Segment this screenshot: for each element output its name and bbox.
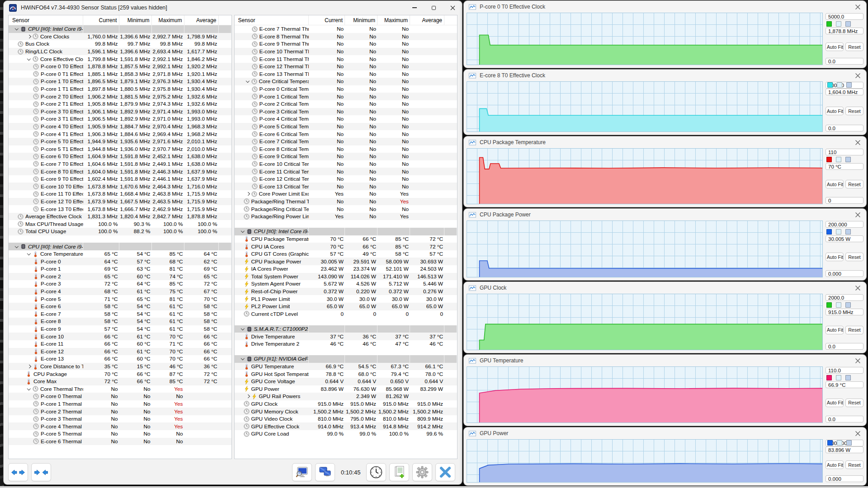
expand-all-button[interactable] bbox=[8, 463, 28, 481]
sensor-row[interactable]: P-core 0 T0 Effective ...1,878.8 MHz1,85… bbox=[9, 63, 231, 70]
sensor-row[interactable]: GPU Video Clock810.0 MHz795.0 MHz810.0 M… bbox=[235, 415, 458, 423]
grid-color-swatch[interactable] bbox=[845, 375, 851, 380]
grid-color-swatch[interactable] bbox=[845, 229, 851, 235]
chevron-down-icon[interactable] bbox=[14, 26, 20, 32]
sensor-row[interactable]: E-core 7 T0 Effective ...1,604.6 MHz1,59… bbox=[9, 160, 231, 168]
chevron-down-icon[interactable] bbox=[26, 56, 33, 62]
sensor-row[interactable]: E-core 11 Critical Tem...NoNoNo bbox=[235, 168, 458, 175]
sensor-row[interactable]: Core Clocks1,760.0 MHz1,396.6 MHz2,992.7… bbox=[9, 33, 231, 41]
sensor-row[interactable]: Total System Power143.090 W114.026 W171.… bbox=[235, 273, 458, 281]
sensor-row[interactable]: Current cTDP Level0000 bbox=[235, 310, 458, 318]
column-header-average[interactable]: Average bbox=[184, 15, 219, 25]
maximize-button[interactable] bbox=[424, 1, 443, 14]
close-icon[interactable] bbox=[855, 212, 860, 217]
graph-titlebar[interactable]: CPU Package Temperature bbox=[464, 136, 866, 148]
reset-button[interactable]: Reset bbox=[845, 180, 863, 188]
chevron-right-icon[interactable] bbox=[245, 191, 251, 197]
auto-fit-button[interactable]: Auto Fit bbox=[826, 399, 844, 407]
chevron-down-icon[interactable] bbox=[245, 78, 251, 84]
close-icon[interactable] bbox=[855, 358, 860, 363]
sensor-row[interactable]: GPU Temperature66.9 °C54.5 °C67.3 °C66.1… bbox=[235, 363, 458, 371]
auto-fit-button[interactable]: Auto Fit bbox=[826, 107, 844, 115]
sensor-row[interactable]: P-core 372 °C64 °C85 °C72 °C bbox=[9, 280, 231, 288]
section-header-row[interactable]: S.M.A.R.T.: CT1000P2S... bbox=[235, 325, 458, 333]
series-color-swatch[interactable] bbox=[826, 157, 832, 162]
sensor-row[interactable]: GPU Clock915.0 MHz915.0 MHz915.0 MHz915.… bbox=[235, 400, 458, 408]
series-color-swatch[interactable] bbox=[826, 229, 832, 235]
sensor-row[interactable]: P-core 2 Thermal Thr...NoNoYes bbox=[9, 408, 231, 415]
sensor-row[interactable]: P-core 064 °C57 °C68 °C62 °C bbox=[9, 258, 231, 265]
graph-titlebar[interactable]: E-core 8 T0 Effective Clock bbox=[464, 70, 866, 81]
sensor-row[interactable]: E-core 11 T0 Effectiv...1,673.8 MHz1,668… bbox=[9, 190, 231, 198]
chevron-down-icon[interactable] bbox=[240, 326, 246, 332]
sensor-row[interactable]: Bus Clock99.8 MHz99.7 MHz99.8 MHz99.8 MH… bbox=[9, 40, 231, 48]
sensor-row[interactable]: E-core 658 °C54 °C61 °C58 °C bbox=[9, 303, 231, 310]
sensor-row[interactable]: E-core 7 Critical Temp...NoNoNo bbox=[235, 138, 458, 145]
sensor-row[interactable]: GPU Hot Spot Temperature78.8 °C68.0 °C79… bbox=[235, 370, 458, 378]
system-summary-button[interactable] bbox=[292, 463, 312, 481]
sensor-row[interactable]: Package/Ring Critical Te...NoNoNo bbox=[235, 205, 458, 213]
close-button[interactable] bbox=[443, 1, 462, 14]
sensor-row[interactable]: E-core 1066 °C61 °C70 °C66 °C bbox=[9, 333, 231, 340]
color-swatches[interactable] bbox=[826, 21, 863, 27]
section-header-row[interactable]: CPU [#0]: Intel Core i9-1... bbox=[9, 243, 231, 250]
sensor-row[interactable]: E-core 13 T0 Effectiv...1,673.8 MHz1,666… bbox=[9, 205, 231, 213]
sensor-row[interactable]: P-core 5 T0 Effective ...1,944.9 MHz1,93… bbox=[9, 138, 231, 145]
reset-button[interactable]: Reset bbox=[845, 107, 863, 115]
sensor-row[interactable]: E-core 12 Thermal Th...NoNoNo bbox=[235, 63, 458, 70]
grid-color-swatch[interactable] bbox=[845, 157, 851, 162]
sensor-row[interactable]: E-core 6 Critical Temp...NoNoNo bbox=[235, 130, 458, 138]
titlebar[interactable]: HWiNFO64 v7.34-4930 Sensor Status [259 v… bbox=[4, 1, 462, 14]
sensor-row[interactable]: E-core 10 Critical Tem...NoNoNo bbox=[235, 160, 458, 168]
column-header-minimum[interactable]: Minimum bbox=[345, 15, 377, 25]
sensor-row[interactable]: E-core 1366 °C60 °C70 °C66 °C bbox=[9, 355, 231, 363]
sensor-row[interactable]: Package/Ring Power Limi...YesNoYes bbox=[235, 213, 458, 221]
chevron-down-icon[interactable] bbox=[26, 251, 33, 257]
minimize-button[interactable] bbox=[405, 1, 424, 14]
close-icon[interactable] bbox=[855, 140, 860, 145]
sensor-row[interactable]: E-core 957 °C54 °C61 °C58 °C bbox=[9, 325, 231, 333]
sensor-row[interactable]: Max CPU/Thread Usage100.0 %90.3 %100.0 %… bbox=[9, 220, 231, 228]
sensor-row[interactable]: P-core 1 Critical Temp...NoNoNo bbox=[235, 93, 458, 100]
sensor-row[interactable]: E-core 12 Critical Tem...NoNoNo bbox=[235, 175, 458, 183]
quit-button[interactable] bbox=[435, 463, 455, 481]
series-color-swatch[interactable] bbox=[826, 21, 832, 27]
sensor-row[interactable]: Ring/LLC Clock1,596.1 MHz1,396.6 MHz2,69… bbox=[9, 48, 231, 56]
sensor-row[interactable]: System Agent Power5.672 W4.526 W5.712 W5… bbox=[235, 280, 458, 288]
series-color-swatch[interactable] bbox=[827, 440, 833, 446]
sensor-row[interactable]: E-core 8 Thermal Thr...NoNoNo bbox=[235, 33, 458, 41]
sensor-row[interactable]: PL2 Power Limit65.0 W65.0 W65.0 W65.0 W bbox=[235, 303, 458, 310]
chevron-down-icon[interactable] bbox=[240, 228, 246, 235]
axis-max-input[interactable]: 110.0 bbox=[826, 367, 863, 374]
auto-fit-button[interactable]: Auto Fit bbox=[826, 326, 844, 334]
sensor-row[interactable]: P-core 265 °C60 °C74 °C65 °C bbox=[9, 273, 231, 281]
background-color-swatch[interactable] bbox=[836, 157, 841, 162]
axis-min-input[interactable]: 0.000 bbox=[826, 475, 863, 482]
sensor-row[interactable]: GPU Effective Clock914.0 MHz913.4 MHz914… bbox=[235, 422, 458, 430]
column-header-minimum[interactable]: Minimum bbox=[119, 15, 152, 25]
sensor-row[interactable]: P-core 3 Critical Temp...NoNoNo bbox=[235, 108, 458, 116]
sensor-row[interactable]: E-core 12 T0 Effectiv...1,673.9 MHz1,667… bbox=[9, 198, 231, 206]
graph-titlebar[interactable]: GPU Clock bbox=[464, 282, 866, 294]
axis-min-input[interactable]: 0 bbox=[826, 197, 863, 204]
grid-color-swatch[interactable] bbox=[845, 21, 851, 27]
sensor-row[interactable]: CPU Package70 °C66 °C87 °C72 °C bbox=[9, 370, 231, 378]
sensor-row[interactable]: Core Thermal ThrottlingNoNoYes bbox=[9, 385, 231, 393]
series-color-swatch[interactable] bbox=[826, 302, 832, 308]
color-swatches[interactable] bbox=[826, 302, 863, 308]
sensor-row[interactable]: Core Power Limit Exc...YesNoYes bbox=[235, 190, 458, 198]
chevron-right-icon[interactable] bbox=[245, 393, 251, 399]
graph-titlebar[interactable]: GPU Power bbox=[464, 427, 866, 439]
sensor-row[interactable]: Package/Ring Thermal Th...NoNoYes bbox=[235, 198, 458, 206]
background-color-swatch[interactable] bbox=[836, 375, 841, 380]
auto-fit-button[interactable]: Auto Fit bbox=[826, 460, 844, 469]
sensor-row[interactable]: Average Effective Clock1,831.3 MHz1,820.… bbox=[9, 213, 231, 221]
sensor-row[interactable]: P-core 5 Thermal Thr...NoNoNo bbox=[9, 430, 231, 438]
grid-color-swatch[interactable] bbox=[846, 82, 852, 88]
sensor-row[interactable]: Core Distance to TjMAX35 °C15 °C46 °C36 … bbox=[9, 363, 231, 371]
sensor-row[interactable]: GPU Rail Powers2.349 W81.262 W bbox=[235, 393, 458, 400]
sensor-row[interactable]: P-core 0 Critical Temp...NoNoNo bbox=[235, 85, 458, 93]
axis-min-input[interactable]: 0.000 bbox=[826, 270, 863, 277]
axis-max-input[interactable]: 110 bbox=[826, 149, 863, 155]
color-swatches[interactable] bbox=[827, 440, 863, 446]
